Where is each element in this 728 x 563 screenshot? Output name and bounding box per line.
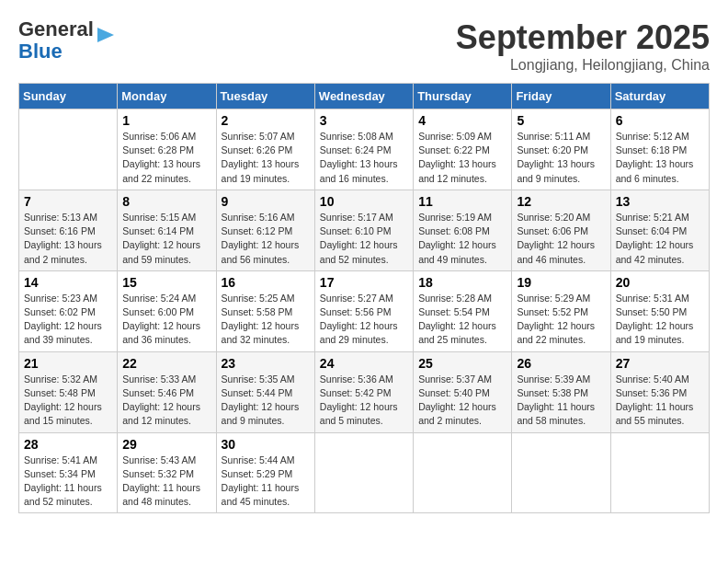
day-number: 30 [222, 437, 310, 452]
day-info: Sunrise: 5:16 AM Sunset: 6:12 PM Dayligh… [222, 211, 310, 267]
calendar-cell: 7Sunrise: 5:13 AM Sunset: 6:16 PM Daylig… [19, 190, 118, 270]
weekday-wednesday: Wednesday [314, 84, 413, 109]
day-info: Sunrise: 5:17 AM Sunset: 6:10 PM Dayligh… [320, 211, 408, 267]
day-info: Sunrise: 5:15 AM Sunset: 6:14 PM Dayligh… [122, 211, 210, 267]
weekday-thursday: Thursday [414, 84, 512, 109]
day-number: 17 [320, 275, 408, 290]
weekday-tuesday: Tuesday [216, 84, 314, 109]
calendar-cell: 26Sunrise: 5:39 AM Sunset: 5:38 PM Dayli… [512, 351, 610, 432]
calendar-cell: 27Sunrise: 5:40 AM Sunset: 5:36 PM Dayli… [610, 351, 709, 432]
day-number: 21 [24, 356, 112, 371]
calendar-cell: 11Sunrise: 5:19 AM Sunset: 6:08 PM Dayli… [414, 190, 512, 270]
calendar-cell: 29Sunrise: 5:43 AM Sunset: 5:32 PM Dayli… [118, 432, 216, 513]
page-header: GeneralBlue September 2025 Longjiang, He… [18, 18, 710, 74]
day-info: Sunrise: 5:24 AM Sunset: 6:00 PM Dayligh… [122, 292, 210, 348]
day-info: Sunrise: 5:13 AM Sunset: 6:16 PM Dayligh… [24, 211, 112, 267]
calendar-cell: 1Sunrise: 5:06 AM Sunset: 6:28 PM Daylig… [118, 109, 216, 190]
day-number: 5 [517, 113, 605, 128]
logo-text: GeneralBlue [18, 18, 94, 63]
weekday-monday: Monday [118, 84, 216, 109]
day-number: 13 [616, 194, 704, 209]
day-info: Sunrise: 5:09 AM Sunset: 6:22 PM Dayligh… [418, 130, 506, 186]
day-info: Sunrise: 5:25 AM Sunset: 5:58 PM Dayligh… [222, 292, 310, 348]
day-info: Sunrise: 5:20 AM Sunset: 6:06 PM Dayligh… [517, 211, 605, 267]
weekday-header-row: SundayMondayTuesdayWednesdayThursdayFrid… [19, 84, 710, 109]
calendar-week-1: 7Sunrise: 5:13 AM Sunset: 6:16 PM Daylig… [19, 190, 710, 270]
day-number: 28 [24, 437, 112, 452]
day-info: Sunrise: 5:28 AM Sunset: 5:54 PM Dayligh… [418, 292, 506, 348]
calendar-cell: 2Sunrise: 5:07 AM Sunset: 6:26 PM Daylig… [216, 109, 314, 190]
weekday-friday: Friday [512, 84, 610, 109]
day-info: Sunrise: 5:33 AM Sunset: 5:46 PM Dayligh… [122, 373, 210, 429]
day-info: Sunrise: 5:06 AM Sunset: 6:28 PM Dayligh… [122, 130, 210, 186]
calendar-cell: 15Sunrise: 5:24 AM Sunset: 6:00 PM Dayli… [118, 270, 216, 351]
day-info: Sunrise: 5:11 AM Sunset: 6:20 PM Dayligh… [517, 130, 605, 186]
calendar-cell: 13Sunrise: 5:21 AM Sunset: 6:04 PM Dayli… [610, 190, 709, 270]
calendar-cell [610, 432, 709, 513]
day-number: 8 [122, 194, 210, 209]
day-number: 2 [222, 113, 310, 128]
calendar-cell: 12Sunrise: 5:20 AM Sunset: 6:06 PM Dayli… [512, 190, 610, 270]
day-info: Sunrise: 5:21 AM Sunset: 6:04 PM Dayligh… [616, 211, 704, 267]
day-info: Sunrise: 5:12 AM Sunset: 6:18 PM Dayligh… [616, 130, 704, 186]
day-info: Sunrise: 5:19 AM Sunset: 6:08 PM Dayligh… [418, 211, 506, 267]
calendar-cell: 3Sunrise: 5:08 AM Sunset: 6:24 PM Daylig… [314, 109, 413, 190]
calendar-cell [19, 109, 118, 190]
day-info: Sunrise: 5:37 AM Sunset: 5:40 PM Dayligh… [418, 373, 506, 429]
day-number: 15 [122, 275, 210, 290]
calendar-cell: 24Sunrise: 5:36 AM Sunset: 5:42 PM Dayli… [314, 351, 413, 432]
day-info: Sunrise: 5:43 AM Sunset: 5:32 PM Dayligh… [122, 454, 210, 510]
day-number: 12 [517, 194, 605, 209]
day-number: 7 [24, 194, 112, 209]
calendar-cell: 9Sunrise: 5:16 AM Sunset: 6:12 PM Daylig… [216, 190, 314, 270]
day-number: 9 [222, 194, 310, 209]
calendar-cell [314, 432, 413, 513]
day-number: 16 [222, 275, 310, 290]
day-info: Sunrise: 5:40 AM Sunset: 5:36 PM Dayligh… [616, 373, 704, 429]
day-number: 1 [122, 113, 210, 128]
logo-arrow-icon [97, 25, 114, 49]
calendar-cell: 30Sunrise: 5:44 AM Sunset: 5:29 PM Dayli… [216, 432, 314, 513]
calendar-week-4: 28Sunrise: 5:41 AM Sunset: 5:34 PM Dayli… [19, 432, 710, 513]
calendar-cell: 25Sunrise: 5:37 AM Sunset: 5:40 PM Dayli… [414, 351, 512, 432]
day-number: 10 [320, 194, 408, 209]
weekday-saturday: Saturday [610, 84, 709, 109]
day-number: 24 [320, 356, 408, 371]
day-number: 26 [517, 356, 605, 371]
calendar-cell: 23Sunrise: 5:35 AM Sunset: 5:44 PM Dayli… [216, 351, 314, 432]
calendar-cell [512, 432, 610, 513]
day-info: Sunrise: 5:27 AM Sunset: 5:56 PM Dayligh… [320, 292, 408, 348]
weekday-sunday: Sunday [19, 84, 118, 109]
day-number: 18 [418, 275, 506, 290]
calendar-cell: 6Sunrise: 5:12 AM Sunset: 6:18 PM Daylig… [610, 109, 709, 190]
location: Longjiang, Heilongjiang, China [456, 57, 710, 74]
calendar-cell [414, 432, 512, 513]
day-number: 20 [616, 275, 704, 290]
calendar-cell: 18Sunrise: 5:28 AM Sunset: 5:54 PM Dayli… [414, 270, 512, 351]
day-number: 25 [418, 356, 506, 371]
day-info: Sunrise: 5:41 AM Sunset: 5:34 PM Dayligh… [24, 454, 112, 510]
calendar-cell: 4Sunrise: 5:09 AM Sunset: 6:22 PM Daylig… [414, 109, 512, 190]
day-number: 23 [222, 356, 310, 371]
day-info: Sunrise: 5:32 AM Sunset: 5:48 PM Dayligh… [24, 373, 112, 429]
calendar-week-0: 1Sunrise: 5:06 AM Sunset: 6:28 PM Daylig… [19, 109, 710, 190]
day-number: 22 [122, 356, 210, 371]
day-info: Sunrise: 5:07 AM Sunset: 6:26 PM Dayligh… [222, 130, 310, 186]
calendar-week-2: 14Sunrise: 5:23 AM Sunset: 6:02 PM Dayli… [19, 270, 710, 351]
calendar-cell: 28Sunrise: 5:41 AM Sunset: 5:34 PM Dayli… [19, 432, 118, 513]
day-info: Sunrise: 5:23 AM Sunset: 6:02 PM Dayligh… [24, 292, 112, 348]
day-number: 29 [122, 437, 210, 452]
day-number: 27 [616, 356, 704, 371]
day-number: 3 [320, 113, 408, 128]
day-info: Sunrise: 5:35 AM Sunset: 5:44 PM Dayligh… [222, 373, 310, 429]
day-number: 19 [517, 275, 605, 290]
calendar-cell: 14Sunrise: 5:23 AM Sunset: 6:02 PM Dayli… [19, 270, 118, 351]
day-number: 4 [418, 113, 506, 128]
day-info: Sunrise: 5:44 AM Sunset: 5:29 PM Dayligh… [222, 454, 310, 510]
calendar-cell: 17Sunrise: 5:27 AM Sunset: 5:56 PM Dayli… [314, 270, 413, 351]
day-info: Sunrise: 5:36 AM Sunset: 5:42 PM Dayligh… [320, 373, 408, 429]
logo: GeneralBlue [18, 18, 114, 63]
title-section: September 2025 Longjiang, Heilongjiang, … [456, 18, 710, 74]
calendar-cell: 10Sunrise: 5:17 AM Sunset: 6:10 PM Dayli… [314, 190, 413, 270]
day-info: Sunrise: 5:08 AM Sunset: 6:24 PM Dayligh… [320, 130, 408, 186]
